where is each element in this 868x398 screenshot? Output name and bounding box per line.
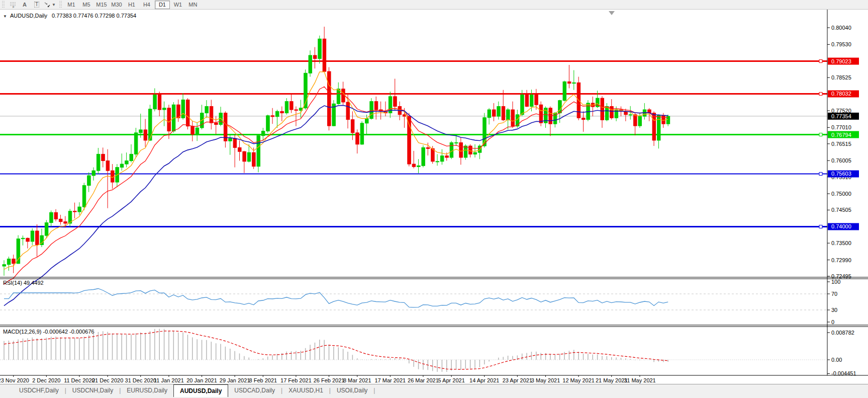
tab-xauusd[interactable]: XAUUSD,H1 bbox=[282, 385, 329, 396]
svg-text:17 Mar 2021: 17 Mar 2021 bbox=[374, 377, 406, 383]
svg-text:F: F bbox=[13, 6, 15, 8]
svg-text:17 Feb 2021: 17 Feb 2021 bbox=[280, 377, 312, 383]
rsi-indicator-label: RSI(14) 49.4492 bbox=[3, 280, 44, 286]
svg-text:0.78525: 0.78525 bbox=[831, 74, 851, 81]
timeframe-d1[interactable]: D1 bbox=[155, 1, 170, 9]
chart-window: 0.800400.795300.785250.775200.770100.765… bbox=[0, 10, 868, 384]
timeframe-m30[interactable]: M30 bbox=[110, 1, 124, 9]
svg-text:-0.004451: -0.004451 bbox=[831, 370, 856, 376]
svg-text:11 Dec 2020: 11 Dec 2020 bbox=[64, 377, 95, 383]
svg-text:14 Apr 2021: 14 Apr 2021 bbox=[469, 377, 499, 383]
grid-tool-icon[interactable]: F bbox=[7, 1, 19, 9]
svg-text:23 Nov 2020: 23 Nov 2020 bbox=[0, 377, 29, 383]
chart-title-bar: ▼ AUDUSD,Daily 0.77383 0.77476 0.77298 0… bbox=[3, 13, 136, 19]
svg-text:12 May 2021: 12 May 2021 bbox=[562, 377, 595, 383]
arrows-icon bbox=[44, 2, 51, 8]
svg-text:0.74505: 0.74505 bbox=[831, 207, 851, 213]
top-toolbar: F A T ▼ M1 M5 M15 M30 H1 H4 D1 W1 MN bbox=[0, 0, 868, 10]
chart-tab-bar: USDCHF,Daily | USDCNH,Daily | EURUSD,Dai… bbox=[0, 384, 868, 398]
tab-usdcnh[interactable]: USDCNH,Daily bbox=[66, 385, 119, 396]
macd-indicator-label: MACD(12,26,9) -0.000642 -0.000676 bbox=[3, 329, 94, 335]
tab-usoil[interactable]: USOil,Daily bbox=[331, 385, 373, 396]
timeframe-m15[interactable]: M15 bbox=[94, 1, 109, 9]
svg-text:29 Jan 2021: 29 Jan 2021 bbox=[220, 377, 250, 383]
svg-text:8 Mar 2021: 8 Mar 2021 bbox=[343, 377, 371, 383]
svg-text:11 Jan 2021: 11 Jan 2021 bbox=[154, 377, 184, 383]
tab-usdchf[interactable]: USDCHF,Daily bbox=[13, 385, 65, 396]
svg-text:0.80040: 0.80040 bbox=[831, 25, 851, 31]
text-icon: T bbox=[34, 2, 39, 8]
svg-text:0.76515: 0.76515 bbox=[831, 141, 851, 147]
svg-text:20 Jan 2021: 20 Jan 2021 bbox=[186, 377, 217, 383]
svg-text:0.78032: 0.78032 bbox=[831, 91, 851, 97]
chart-symbol-label: AUDUSD,Daily bbox=[10, 13, 47, 19]
chart-ohlc-values: 0.77383 0.77476 0.77298 0.77354 bbox=[52, 13, 136, 19]
timeframe-h4[interactable]: H4 bbox=[140, 1, 154, 9]
svg-text:2 Dec 2020: 2 Dec 2020 bbox=[32, 377, 60, 383]
toolbar-grip[interactable] bbox=[2, 1, 5, 8]
svg-text:0.77010: 0.77010 bbox=[831, 124, 851, 130]
collapse-triangle-icon[interactable]: ▼ bbox=[3, 14, 7, 19]
svg-text:0.75000: 0.75000 bbox=[831, 191, 851, 197]
svg-text:0.76794: 0.76794 bbox=[831, 132, 851, 138]
svg-text:0.72990: 0.72990 bbox=[831, 257, 851, 263]
svg-text:0.00: 0.00 bbox=[831, 357, 842, 363]
svg-text:3 May 2021: 3 May 2021 bbox=[531, 377, 560, 383]
svg-text:21 Dec 2020: 21 Dec 2020 bbox=[92, 377, 123, 383]
svg-text:100: 100 bbox=[831, 279, 840, 285]
svg-text:0: 0 bbox=[831, 319, 834, 325]
svg-text:21 May 2021: 21 May 2021 bbox=[596, 377, 628, 383]
svg-text:31 May 2021: 31 May 2021 bbox=[624, 377, 656, 383]
svg-text:30: 30 bbox=[831, 307, 837, 313]
svg-text:0.79023: 0.79023 bbox=[831, 58, 851, 64]
font-tool-icon[interactable]: A bbox=[19, 1, 31, 9]
tab-usdcad[interactable]: USDCAD,Daily bbox=[228, 385, 281, 396]
svg-text:26 Mar 2021: 26 Mar 2021 bbox=[408, 377, 439, 383]
timeframe-m5[interactable]: M5 bbox=[79, 1, 93, 9]
svg-text:0.75603: 0.75603 bbox=[831, 171, 851, 177]
timeframe-m1[interactable]: M1 bbox=[64, 1, 78, 9]
svg-text:0.76005: 0.76005 bbox=[831, 157, 851, 164]
svg-text:0.73500: 0.73500 bbox=[831, 240, 851, 246]
svg-text:0.74000: 0.74000 bbox=[831, 223, 851, 229]
svg-text:0.008782: 0.008782 bbox=[831, 330, 854, 336]
toolbar-grip-2[interactable] bbox=[59, 1, 62, 8]
chevron-down-icon: ▼ bbox=[52, 3, 56, 7]
draw-objects-tool[interactable]: ▼ bbox=[43, 1, 57, 9]
svg-text:0.79530: 0.79530 bbox=[831, 41, 851, 47]
svg-text:26 Feb 2021: 26 Feb 2021 bbox=[314, 377, 345, 383]
timeframe-mn[interactable]: MN bbox=[186, 1, 200, 9]
timeframe-w1[interactable]: W1 bbox=[171, 1, 185, 9]
svg-text:0.77354: 0.77354 bbox=[831, 113, 851, 119]
svg-text:23 Apr 2021: 23 Apr 2021 bbox=[503, 377, 532, 383]
tab-audusd[interactable]: AUDUSD,Daily bbox=[173, 384, 228, 397]
tab-eurusd[interactable]: EURUSD,Daily bbox=[121, 385, 173, 396]
svg-text:8 Feb 2021: 8 Feb 2021 bbox=[249, 377, 277, 383]
text-label-tool-icon[interactable]: T bbox=[31, 1, 43, 9]
tab-separator: | bbox=[373, 387, 375, 394]
price-chart[interactable]: 0.800400.795300.785250.775200.770100.765… bbox=[0, 10, 868, 384]
svg-text:31 Dec 2020: 31 Dec 2020 bbox=[125, 377, 156, 383]
timeframe-h1[interactable]: H1 bbox=[125, 1, 139, 9]
svg-text:5 Apr 2021: 5 Apr 2021 bbox=[438, 377, 465, 383]
grid-icon: F bbox=[10, 2, 16, 8]
svg-text:70: 70 bbox=[831, 291, 837, 297]
